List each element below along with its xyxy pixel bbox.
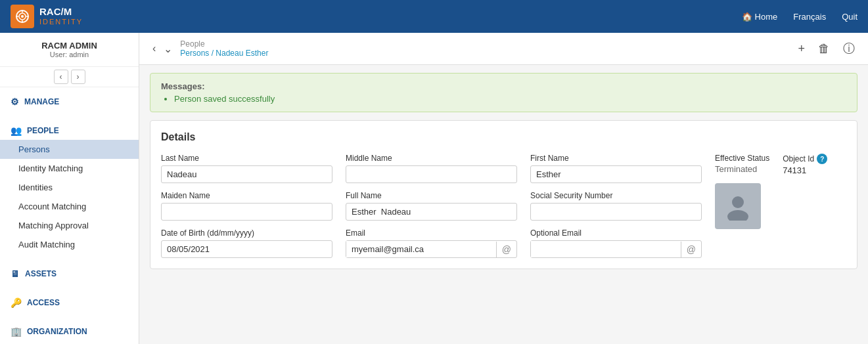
middle-name-input[interactable]: [346, 165, 517, 183]
object-id-value: 74131: [783, 165, 827, 175]
optional-email-at-icon: @: [681, 242, 701, 257]
nav-francais-link[interactable]: Français: [793, 12, 826, 22]
right-info: Effective Status Terminated Object Id ? …: [715, 154, 846, 258]
message-text: Person saved successfully: [174, 94, 846, 104]
logo-icon: [11, 5, 34, 28]
sidebar-item-account-matching[interactable]: Account Matching: [0, 197, 139, 216]
optional-email-field: Optional Email @: [530, 228, 702, 258]
sidebar-section-access-header[interactable]: 🔑 ACCESS: [0, 293, 139, 312]
object-id-label: Object Id ?: [783, 154, 827, 164]
dob-label: Date of Birth (dd/mm/yyyy): [161, 228, 332, 238]
last-name-field: Last Name: [161, 154, 332, 183]
status-objectid-row: Effective Status Terminated Object Id ? …: [715, 154, 846, 175]
sidebar-manage-label: MANAGE: [24, 97, 59, 106]
sidebar-section-people: 👥 PEOPLE Persons Identity Matching Ident…: [0, 116, 139, 259]
sidebar-section-assets: 🖥 ASSETS: [0, 259, 139, 288]
nav-next-btn[interactable]: ⌄: [161, 41, 175, 56]
optional-email-input[interactable]: [531, 241, 681, 257]
help-btn[interactable]: ⓘ: [840, 38, 857, 59]
middle-name-label: Middle Name: [346, 154, 517, 163]
dob-input[interactable]: [161, 240, 332, 258]
assets-icon: 🖥: [11, 269, 20, 279]
svg-point-2: [21, 15, 24, 18]
ssn-field: Social Security Number: [530, 191, 702, 221]
sidebar-scroll-controls: ‹ ›: [0, 67, 139, 87]
nav-home-label: Home: [755, 12, 778, 22]
first-name-label: First Name: [530, 154, 702, 163]
svg-point-8: [727, 210, 748, 221]
topbar: RAC/M IDENTITY 🏠 Home Français Quit: [0, 0, 868, 33]
middle-name-field: Middle Name: [346, 154, 517, 183]
sidebar-section-people-header[interactable]: 👥 PEOPLE: [0, 121, 139, 140]
message-box: Messages: Person saved successfully: [150, 73, 857, 112]
home-icon: 🏠: [742, 12, 752, 22]
maiden-name-field: Maiden Name: [161, 191, 332, 221]
topbar-nav: 🏠 Home Français Quit: [742, 12, 857, 22]
nav-francais-label: Français: [793, 12, 826, 22]
logo-identity: IDENTITY: [39, 18, 83, 26]
ssn-label: Social Security Number: [530, 191, 702, 200]
email-at-icon: @: [496, 242, 516, 257]
sidebar-item-identities[interactable]: Identities: [0, 178, 139, 197]
sidebar-people-label: PEOPLE: [27, 126, 59, 135]
ssn-input[interactable]: [530, 203, 702, 221]
details-title: Details: [161, 131, 846, 143]
add-btn[interactable]: +: [795, 39, 808, 58]
status-label: Effective Status: [715, 154, 769, 163]
breadcrumb: People Persons / Nadeau Esther: [180, 39, 790, 58]
breadcrumb-current: Persons / Nadeau Esther: [180, 49, 790, 58]
nav-home-link[interactable]: 🏠 Home: [742, 12, 778, 22]
avatar: [715, 183, 761, 229]
content-header: ‹ ⌄ People Persons / Nadeau Esther + 🗑 ⓘ: [139, 33, 868, 65]
sidebar: RACM ADMIN User: admin ‹ › ⚙ MANAGE 👥 PE…: [0, 33, 139, 344]
object-id-help-icon[interactable]: ?: [817, 154, 827, 164]
logo: RAC/M IDENTITY: [11, 5, 83, 28]
sidebar-section-access: 🔑 ACCESS: [0, 288, 139, 317]
nav-prev-btn[interactable]: ‹: [150, 41, 158, 56]
sidebar-assets-label: ASSETS: [25, 269, 57, 278]
sidebar-section-assets-header[interactable]: 🖥 ASSETS: [0, 265, 139, 283]
organization-icon: 🏢: [11, 326, 22, 337]
last-name-input[interactable]: [161, 165, 332, 183]
main-layout: RACM ADMIN User: admin ‹ › ⚙ MANAGE 👥 PE…: [0, 33, 868, 344]
sidebar-section-manage-header[interactable]: ⚙ MANAGE: [0, 93, 139, 111]
nav-quit-label: Quit: [842, 12, 857, 22]
logo-racm: RAC/M: [39, 6, 83, 18]
nav-arrows: ‹ ⌄: [150, 41, 175, 56]
svg-point-7: [732, 196, 744, 208]
sidebar-item-matching-approval[interactable]: Matching Approval: [0, 216, 139, 235]
sidebar-section-manage: ⚙ MANAGE: [0, 87, 139, 116]
object-id-field: Object Id ? 74131: [783, 154, 827, 175]
email-field: Email @: [346, 228, 517, 258]
email-input-wrapper: @: [346, 240, 517, 258]
status-value: Terminated: [715, 164, 769, 174]
content-area: ‹ ⌄ People Persons / Nadeau Esther + 🗑 ⓘ…: [139, 33, 868, 344]
access-icon: 🔑: [11, 297, 22, 308]
sidebar-user: RACM ADMIN User: admin: [0, 33, 139, 67]
maiden-name-input[interactable]: [161, 203, 332, 221]
optional-email-input-wrapper: @: [530, 240, 702, 258]
full-name-label: Full Name: [346, 191, 517, 200]
manage-icon: ⚙: [11, 97, 19, 107]
sidebar-item-audit-matching[interactable]: Audit Matching: [0, 235, 139, 254]
details-panel: Details Last Name Middle Name: [150, 120, 857, 269]
sidebar-section-organization: 🏢 ORGANIZATION: [0, 317, 139, 344]
sidebar-userrole: User: admin: [11, 51, 128, 58]
first-name-input[interactable]: [530, 165, 702, 183]
optional-email-label: Optional Email: [530, 228, 702, 238]
sidebar-item-identity-matching[interactable]: Identity Matching: [0, 159, 139, 178]
logo-text: RAC/M IDENTITY: [39, 6, 83, 26]
scroll-up-btn[interactable]: ‹: [54, 70, 68, 84]
sidebar-item-persons[interactable]: Persons: [0, 140, 139, 159]
delete-btn[interactable]: 🗑: [815, 39, 833, 58]
nav-quit-link[interactable]: Quit: [842, 12, 857, 22]
email-label: Email: [346, 228, 517, 238]
content-actions: + 🗑 ⓘ: [795, 38, 857, 59]
sidebar-access-label: ACCESS: [27, 298, 60, 307]
sidebar-section-organization-header[interactable]: 🏢 ORGANIZATION: [0, 322, 139, 341]
scroll-down-btn[interactable]: ›: [71, 70, 85, 84]
maiden-name-label: Maiden Name: [161, 191, 332, 200]
people-icon: 👥: [11, 125, 22, 136]
email-input[interactable]: [346, 241, 496, 257]
full-name-input[interactable]: [346, 203, 517, 221]
